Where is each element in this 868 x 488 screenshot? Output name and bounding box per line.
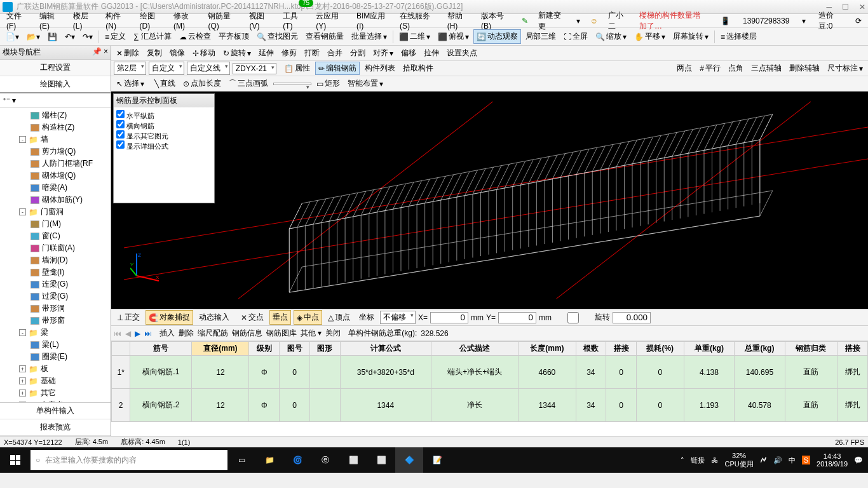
table-cell[interactable]: 40.578 [735, 389, 785, 422]
other-btn[interactable]: 其他 ▾ [301, 328, 322, 339]
table-cell[interactable]: 直筋 [785, 389, 837, 422]
tray-expand[interactable]: ˄ [681, 456, 684, 464]
table-cell[interactable]: 34 [576, 389, 606, 422]
table-cell[interactable]: 0 [280, 389, 310, 422]
rotate-chk[interactable] [554, 312, 592, 323]
component-tree[interactable]: 端柱(Z)构造柱(Z)-📁墙剪力墙(Q)人防门框墙(RF砌体墙(Q)暗梁(A)砌… [0, 108, 111, 402]
table-cell[interactable]: Φ [249, 356, 280, 389]
table-cell[interactable]: 2 [112, 389, 130, 422]
app-ggj[interactable]: 🔷 [395, 447, 423, 473]
table-cell[interactable]: 140.695 [735, 356, 785, 389]
parallel[interactable]: # 平行 [697, 62, 723, 74]
tree-item[interactable]: 梁(L) [1, 339, 109, 351]
peak-btn[interactable]: △ 顶点 [325, 310, 353, 325]
tray-link[interactable]: 链接 [691, 456, 705, 465]
3d-viewport[interactable]: 钢筋显示控制面板 水平纵筋 横向钢筋 显示其它图元 显示详细公式 [111, 92, 868, 309]
tree-item[interactable]: 门(M) [1, 218, 109, 230]
menu-tools[interactable]: 工具(T) [279, 10, 309, 32]
table-cell[interactable]: 12 [192, 389, 249, 422]
mirror-btn[interactable]: 镜像 [167, 47, 187, 59]
scale-rebar[interactable]: 缩尺配筋 [198, 328, 228, 339]
table-cell[interactable]: 1.193 [684, 389, 735, 422]
pick-btn[interactable]: 拾取构件 [400, 62, 436, 74]
offset-dropdown[interactable]: 不偏移 [380, 311, 416, 324]
table-cell[interactable]: 35*d+3820+35*d [340, 356, 431, 389]
tree-item[interactable]: 墙洞(D) [1, 254, 109, 266]
two-point[interactable]: 两点 [674, 62, 695, 74]
nav-last[interactable]: ⏭ [144, 329, 152, 338]
select-btn[interactable]: ↖ 选择 ▾ [114, 78, 147, 90]
start-button[interactable] [0, 447, 31, 473]
merge-btn[interactable]: 合并 [325, 47, 345, 59]
rotate-input[interactable] [613, 312, 651, 323]
tree-item[interactable]: 砌体加筋(Y) [1, 194, 109, 206]
table-cell[interactable]: 绑扎 [837, 389, 868, 422]
table-cell[interactable]: 0 [636, 389, 684, 422]
delete-btn[interactable]: ✕ 删除 [114, 47, 142, 59]
ortho-btn[interactable]: ⊥ 正交 [114, 310, 143, 325]
tab-report[interactable]: 报表预览 [0, 419, 111, 436]
arc-dropdown[interactable] [273, 83, 311, 85]
rebar-info[interactable]: 钢筋信息 [232, 328, 262, 339]
tree-item[interactable]: 砌体墙(Q) [1, 170, 109, 182]
tree-item[interactable]: 连梁(G) [1, 278, 109, 290]
tab-project-settings[interactable]: 工程设置 [0, 60, 111, 76]
local-3d[interactable]: 局部三维 [522, 29, 559, 44]
tree-item[interactable]: +📁其它 [1, 387, 109, 399]
menu-component[interactable]: 构件(N) [102, 10, 133, 32]
point-angle[interactable]: 点角 [726, 62, 746, 74]
y-input[interactable] [498, 312, 536, 323]
app-1[interactable]: 📁 [255, 447, 283, 473]
rebar-lib[interactable]: 钢筋图库 [266, 328, 297, 339]
menu-view[interactable]: 视图(V) [245, 10, 276, 32]
grip-btn[interactable]: 设置夹点 [444, 47, 480, 59]
del-axis[interactable]: 删除辅轴 [787, 62, 822, 74]
pan[interactable]: ✋ 平移 ▾ [631, 29, 668, 44]
tree-item[interactable]: -📁梁 [1, 327, 109, 339]
tab-single-input[interactable]: 单构件输入 [0, 403, 111, 419]
perp-btn[interactable]: 垂点 [269, 310, 291, 325]
tray-vol[interactable]: 🔊 [773, 456, 782, 464]
fullscreen[interactable]: ⛶ 全屏 [560, 29, 591, 44]
coord-btn[interactable]: 坐标 [356, 310, 377, 325]
insert-row[interactable]: 插入 [159, 328, 175, 339]
tree-item[interactable]: 剪力墙(Q) [1, 146, 109, 158]
table-cell[interactable]: 端头+净长+端头 [431, 356, 518, 389]
table-cell[interactable] [309, 389, 340, 422]
menu-rebar[interactable]: 钢筋量(Q) [204, 10, 243, 32]
table-cell[interactable]: 34 [576, 356, 606, 389]
menu-draw[interactable]: 绘图(D) [136, 10, 167, 32]
tree-item[interactable]: 门联窗(A) [1, 242, 109, 254]
nav-next[interactable]: ▶ [135, 329, 140, 338]
tree-item[interactable]: 壁龛(I) [1, 266, 109, 278]
save-icon[interactable]: 💾 [44, 30, 60, 43]
x-input[interactable] [430, 312, 468, 323]
dyn-btn[interactable]: 动态输入 [196, 310, 233, 325]
extend-btn[interactable]: 延伸 [256, 47, 276, 59]
tree-item[interactable]: 人防门框墙(RF [1, 158, 109, 170]
rotate-btn[interactable]: ↻ 旋转 ▾ [220, 47, 254, 59]
tab-draw-input[interactable]: 绘图输入 [0, 76, 111, 93]
table-cell[interactable]: 1344 [340, 389, 431, 422]
view-rebar[interactable]: 查看钢筋量 [302, 29, 347, 44]
tree-item[interactable]: 圈梁(E) [1, 351, 109, 363]
redo-icon[interactable]: ↷▾ [79, 30, 96, 43]
menu-cloud[interactable]: 云应用(Y) [312, 10, 350, 32]
table-cell[interactable]: 1344 [519, 389, 576, 422]
tree-item[interactable]: -📁墙 [1, 133, 109, 146]
new-icon[interactable]: 📄▾ [3, 30, 22, 43]
tree-item[interactable]: 端柱(Z) [1, 109, 109, 121]
line-btn[interactable]: ╲ 直线 [152, 78, 178, 90]
smart-btn[interactable]: 智能布置 ▾ [345, 78, 386, 90]
tree-item[interactable]: 带形洞 [1, 302, 109, 315]
app-edge[interactable]: ⓔ [311, 447, 339, 473]
menu-floor[interactable]: 楼层(L) [69, 10, 99, 32]
tree-item[interactable]: 构造柱(Z) [1, 121, 109, 133]
screen-rotate[interactable]: 屏幕旋转 ▾ [670, 29, 712, 44]
table-cell[interactable]: 横向钢筋.1 [130, 356, 192, 389]
pin-icon[interactable]: 📌 × [92, 47, 108, 58]
task-view[interactable]: ▭ [227, 447, 255, 473]
table-cell[interactable]: 0 [280, 356, 310, 389]
stretch-btn[interactable]: 拉伸 [421, 47, 442, 59]
table-cell[interactable]: 0 [606, 389, 637, 422]
